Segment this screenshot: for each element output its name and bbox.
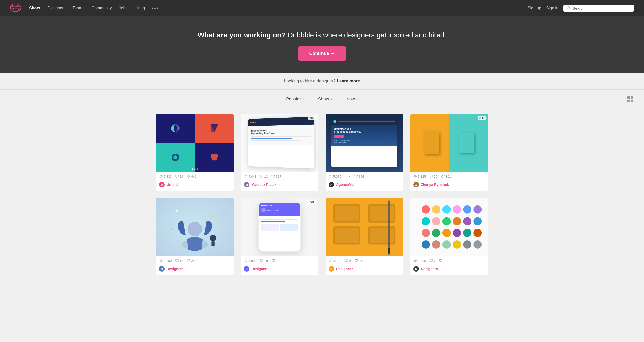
comments-5: 11 [175,259,183,263]
svg-rect-31 [335,228,359,243]
shots-filter[interactable]: Shots ▾ [315,95,336,104]
shot-author-4: Z Zhenya Rynzhuk [410,181,488,191]
signup-link[interactable]: Sign up [528,6,541,10]
popular-chevron-icon: ▾ [302,97,304,101]
shot-meta-6: 3,800 18 290 [241,256,318,265]
nav-links: Shots Designers Teams Community Jobs Hir… [29,5,528,11]
shot-card-2[interactable]: Blockchain'sMarketing Platform GIF 4,443… [241,114,318,191]
shot-meta-8: 1,900 7 180 [410,256,488,265]
shot-card-7[interactable]: 4,100 9 350 D Designer7 [326,198,403,275]
svg-point-46 [442,217,451,225]
author-link-7[interactable]: Designer7 [336,267,353,271]
comments-4: 20 [430,175,437,178]
now-filter[interactable]: Now ▾ [343,95,361,104]
nav-hiring[interactable]: Hiring [134,6,145,10]
shot-author-3: A AgenceMe [326,181,403,191]
svg-point-48 [463,217,471,225]
svg-point-45 [432,217,440,225]
author-link-3[interactable]: AgenceMe [336,183,354,187]
views-5: 2,100 [159,259,172,263]
svg-line-3 [12,4,14,11]
signin-link[interactable]: Sign in [546,6,558,10]
more-button[interactable]: ••• [152,5,159,11]
nav-jobs[interactable]: Jobs [119,6,128,10]
likes-2: 317 [271,175,281,178]
shot-thumb-7 [326,198,403,256]
svg-point-47 [453,217,461,225]
svg-point-52 [442,229,451,237]
svg-point-59 [453,240,461,249]
svg-point-42 [463,205,471,214]
svg-point-51 [432,229,440,237]
shot-meta-3: 5,076 4 308 [326,172,403,181]
nav-shots[interactable]: Shots [29,6,40,10]
shot-card-5[interactable]: 2,100 11 220 D Designer5 [156,198,234,275]
comments-7: 9 [345,259,351,263]
shot-thumb-5 [156,198,234,256]
shot-card-6[interactable]: Dashboard Good morning! [241,198,318,275]
author-link-2[interactable]: Mateusz Piatek [251,183,276,187]
svg-point-40 [442,205,451,214]
svg-rect-22 [211,241,214,246]
svg-point-20 [171,228,172,230]
search-icon [567,6,571,10]
svg-rect-35 [388,248,390,254]
search-bar[interactable] [564,5,634,12]
svg-point-41 [453,205,461,214]
svg-point-49 [473,217,482,225]
svg-point-55 [473,229,482,237]
grid-toggle[interactable] [626,95,634,103]
svg-point-38 [422,205,430,214]
popular-filter[interactable]: Popular ▾ [283,95,307,104]
nav-community[interactable]: Community [92,6,112,10]
svg-point-23 [160,260,161,261]
hero-section: What are you working on? Dribbble is whe… [0,16,644,73]
hire-text: Looking to hire a designer? [284,79,336,83]
svg-point-44 [422,217,430,225]
shot-meta-5: 2,100 11 220 [156,256,234,265]
svg-point-58 [442,240,451,249]
shot-card-4[interactable]: GIF 3,325 20 301 Z Zhenya Rynzhuk [410,114,488,191]
shot-thumb-2: Blockchain'sMarketing Platform GIF [241,114,318,172]
search-input[interactable] [573,6,631,10]
shots-label: Shots [318,97,329,102]
svg-point-60 [463,240,471,249]
svg-point-54 [463,229,471,237]
svg-point-39 [432,205,440,214]
shot-author-6: D Designer6 [241,265,318,275]
author-link-8[interactable]: Designer8 [421,267,438,271]
svg-point-13 [330,176,331,177]
grid-view-icon[interactable] [626,95,634,103]
gif-badge-4: GIF [478,116,486,120]
shot-thumb-6: Dashboard Good morning! [241,198,318,256]
svg-point-11 [160,176,161,177]
nav-designers[interactable]: Designers [47,6,65,10]
comments-2: 13 [260,175,268,178]
author-link-6[interactable]: Designer6 [251,267,268,271]
svg-point-43 [473,205,482,214]
shot-meta-7: 4,100 9 350 [326,256,403,265]
shot-card-3[interactable]: Optimisez vosproductions agricoles. Vous… [326,114,403,191]
views-7: 4,100 [329,259,341,263]
continue-button[interactable]: Continue → [298,46,346,61]
author-link-1[interactable]: Unfold [167,183,178,187]
popular-label: Popular [286,97,301,102]
svg-point-10 [173,155,177,159]
shot-card-1[interactable]: 9,833 29 441 U Unfold [156,114,234,191]
comments-8: 7 [430,259,436,263]
svg-point-56 [422,240,430,249]
hire-bar: Looking to hire a designer? Learn more [0,73,644,90]
filters-bar: Popular ▾ | Shots ▾ | Now ▾ [0,90,644,109]
shot-author-5: D Designer5 [156,265,234,275]
shot-card-8[interactable]: 1,900 7 180 D Designer8 [410,198,488,275]
author-link-4[interactable]: Zhenya Rynzhuk [421,183,449,187]
shots-grid: 9,833 29 441 U Unfold [146,109,498,290]
svg-point-18 [176,210,178,212]
learn-more-link[interactable]: Learn more [337,79,360,83]
svg-point-53 [453,229,461,237]
navbar: Shots Designers Teams Community Jobs Hir… [0,0,644,16]
logo[interactable] [10,4,21,13]
svg-point-21 [210,235,216,241]
nav-teams[interactable]: Teams [72,6,84,10]
author-link-5[interactable]: Designer5 [167,267,184,271]
